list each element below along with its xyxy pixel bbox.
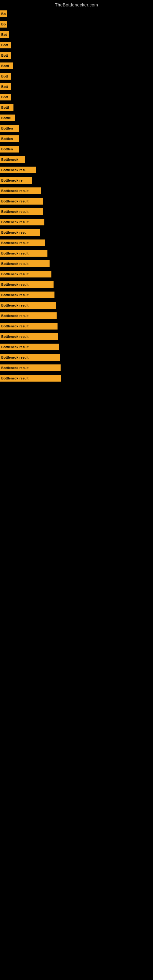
bar-label: Bottlen xyxy=(1,147,13,151)
bar-item: Bottleneck result xyxy=(0,238,153,248)
bar-item: Bottleneck re xyxy=(0,175,153,186)
bar-fill: Bottleneck xyxy=(0,156,25,163)
bar-label: Bottleneck result xyxy=(1,220,29,224)
bar-item: Bo xyxy=(0,19,153,29)
bar-label: Bottleneck resu xyxy=(1,231,27,234)
bar-item: Bottleneck result xyxy=(0,352,153,363)
bar-label: Bottle xyxy=(1,116,11,120)
bar-item: Bottle xyxy=(0,113,153,123)
bar-label: Bottleneck re xyxy=(1,178,22,182)
bar-item: Bo xyxy=(0,9,153,19)
bar-label: Bottl xyxy=(1,64,9,68)
bar-item: Bottleneck resu xyxy=(0,227,153,238)
bar-fill: Bo xyxy=(0,10,7,17)
bar-fill: Bott xyxy=(0,73,11,80)
bar-label: Bott xyxy=(1,75,8,78)
bar-fill: Bottlen xyxy=(0,125,19,132)
bar-item: Bottleneck xyxy=(0,154,153,165)
bar-fill: Bott xyxy=(0,83,11,90)
bar-label: Bottleneck result xyxy=(1,335,29,339)
bar-label: Bottleneck result xyxy=(1,304,29,307)
bar-item: Bottl xyxy=(0,60,153,71)
bar-item: Bottlen xyxy=(0,134,153,144)
bar-item: Bottleneck result xyxy=(0,331,153,342)
bar-item: Bott xyxy=(0,71,153,81)
bar-item: Bot xyxy=(0,29,153,40)
bar-label: Bottleneck result xyxy=(1,251,29,255)
bar-fill: Bott xyxy=(0,52,11,59)
bar-item: Bott xyxy=(0,81,153,92)
bar-label: Bottlen xyxy=(1,126,13,130)
bar-label: Bottleneck result xyxy=(1,376,29,380)
bar-item: Bottleneck resu xyxy=(0,165,153,175)
bar-label: Bott xyxy=(1,85,8,89)
bar-fill: Bottleneck result xyxy=(0,219,45,225)
bar-fill: Bottleneck result xyxy=(0,260,49,267)
bar-label: Bottleneck result xyxy=(1,324,29,328)
bar-label: Bottleneck result xyxy=(1,272,29,276)
bar-item: Bott xyxy=(0,40,153,50)
bar-item: Bottleneck result xyxy=(0,310,153,321)
bar-item: Bottleneck result xyxy=(0,279,153,290)
bar-fill: Bottleneck resu xyxy=(0,167,36,173)
bar-label: Bottleneck resu xyxy=(1,168,27,172)
bar-fill: Bottlen xyxy=(0,146,19,153)
bar-item: Bottleneck result xyxy=(0,258,153,269)
bar-label: Bottlen xyxy=(1,137,13,140)
bar-label: Bottleneck result xyxy=(1,356,29,359)
bar-item: Bottl xyxy=(0,102,153,113)
bar-label: Bo xyxy=(1,12,6,16)
bar-fill: Bottleneck result xyxy=(0,250,48,257)
bar-fill: Bottleneck result xyxy=(0,323,57,329)
bar-item: Bottleneck result xyxy=(0,207,153,217)
bar-item: Bottlen xyxy=(0,144,153,154)
bar-label: Bottleneck result xyxy=(1,345,29,349)
bar-fill: Bottleneck result xyxy=(0,312,57,319)
bar-item: Bottleneck result xyxy=(0,300,153,310)
bar-fill: Bottl xyxy=(0,62,13,69)
bar-label: Bottleneck result xyxy=(1,241,29,245)
bar-item: Bottlen xyxy=(0,123,153,134)
bar-label: Bottleneck result xyxy=(1,262,29,266)
bar-fill: Bo xyxy=(0,21,7,27)
bar-item: Bott xyxy=(0,92,153,102)
bar-fill: Bottleneck result xyxy=(0,302,56,309)
bar-label: Bottleneck result xyxy=(1,293,29,297)
site-title: TheBottlenecker.com xyxy=(0,0,153,9)
bar-fill: Bottleneck result xyxy=(0,375,61,382)
bar-label: Bott xyxy=(1,95,8,99)
bar-fill: Bottle xyxy=(0,115,15,121)
bar-item: Bottleneck result xyxy=(0,290,153,300)
bar-fill: Bottleneck result xyxy=(0,333,58,340)
bar-fill: Bottleneck result xyxy=(0,364,61,371)
bar-label: Bottleneck result xyxy=(1,210,29,213)
bar-label: Bo xyxy=(1,22,6,26)
bar-fill: Bottleneck result xyxy=(0,208,43,215)
bar-item: Bottleneck result xyxy=(0,321,153,331)
bar-fill: Bott xyxy=(0,94,11,100)
bar-fill: Bottleneck result xyxy=(0,344,59,350)
bar-fill: Bottleneck result xyxy=(0,240,45,246)
bar-fill: Bottleneck result xyxy=(0,271,51,277)
bar-label: Bott xyxy=(1,54,8,57)
bar-fill: Bottleneck result xyxy=(0,281,54,288)
bar-fill: Bottlen xyxy=(0,135,19,142)
bar-label: Bottleneck result xyxy=(1,366,29,370)
bar-fill: Bottleneck resu xyxy=(0,229,40,236)
bar-item: Bottleneck result xyxy=(0,373,153,383)
bar-fill: Bottleneck result xyxy=(0,198,43,205)
bar-label: Bottl xyxy=(1,106,9,109)
bar-label: Bottleneck result xyxy=(1,314,29,318)
bar-item: Bottleneck result xyxy=(0,363,153,373)
bar-fill: Bottl xyxy=(0,104,13,111)
bar-label: Bottleneck result xyxy=(1,189,29,192)
bar-fill: Bottleneck result xyxy=(0,188,41,194)
bar-item: Bottleneck result xyxy=(0,269,153,279)
bar-fill: Bottleneck result xyxy=(0,354,60,361)
bar-item: Bottleneck result xyxy=(0,186,153,196)
bar-item: Bottleneck result xyxy=(0,196,153,207)
bar-fill: Bottleneck re xyxy=(0,177,32,184)
bar-item: Bottleneck result xyxy=(0,342,153,352)
bar-item: Bottleneck result xyxy=(0,217,153,227)
bar-item: Bottleneck result xyxy=(0,248,153,258)
